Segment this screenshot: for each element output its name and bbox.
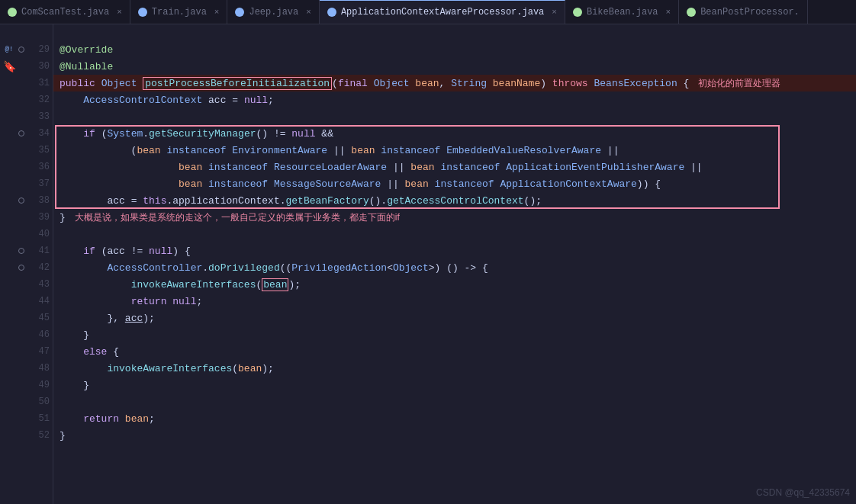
kw-instanceof35b: instanceof <box>381 145 440 156</box>
tab-close-jeep[interactable]: × <box>306 8 311 17</box>
kw-null: null <box>244 95 268 106</box>
line-num-42: 42 <box>28 262 50 273</box>
space-3 <box>368 78 374 89</box>
line-num-43: 43 <box>28 279 50 290</box>
tab-close-train[interactable]: × <box>214 8 220 17</box>
type-envawr: EnvironmentAware <box>232 145 327 156</box>
code-line-45: }, acc ); <box>53 310 856 326</box>
type-object: Object <box>101 78 137 89</box>
var-acc: acc <box>208 95 226 106</box>
editor: @! 29 🔖 30 31 32 33 34 35 <box>0 24 856 504</box>
kw-instanceof35a: instanceof <box>166 145 226 156</box>
paren-41: ( <box>95 246 108 257</box>
tab-close-appcontext[interactable]: × <box>552 8 557 17</box>
line-gutter: @! 29 🔖 30 31 32 33 34 35 <box>0 24 53 504</box>
indent-32 <box>60 95 83 106</box>
override-icon: @! <box>4 44 14 55</box>
gutter-row-32: 32 <box>0 91 53 108</box>
brace-close-52: } <box>60 430 66 441</box>
type-string: String <box>451 78 487 89</box>
acc-assign: acc = <box>107 195 143 207</box>
indent-45: }, <box>60 313 125 324</box>
type-resloaderawr: ResourceLoaderAware <box>274 162 387 173</box>
type-acc: AccessControlContext <box>83 95 202 106</box>
dot1: . <box>143 128 149 140</box>
annotation-override: @Override <box>60 44 113 56</box>
paren-43b: ); <box>288 279 301 291</box>
or36b: || <box>684 162 702 173</box>
line-num-34: 34 <box>28 128 50 139</box>
annotation-nullable: @Nullable <box>60 61 113 72</box>
kw-return44: return <box>131 296 167 307</box>
line-num-39: 39 <box>28 212 50 223</box>
kw-instanceof37b: instanceof <box>435 178 494 190</box>
bean-highlight-box: bean <box>262 278 288 291</box>
line-num-51: 51 <box>28 413 50 424</box>
kw-return51: return <box>83 413 119 425</box>
gutter-row-31: 31 <box>0 75 53 91</box>
fn-invoke43: invokeAwareInterfaces <box>131 279 256 291</box>
paren-close-41: ) { <box>172 246 190 257</box>
tab-close-comscan[interactable]: × <box>117 8 122 17</box>
gutter-row-30: 🔖 30 <box>0 58 53 75</box>
gutter-row-48: 48 <box>0 360 53 377</box>
semi-32: ; <box>268 95 274 106</box>
paren-43a: ( <box>256 279 262 291</box>
brace-open: { <box>677 78 690 89</box>
code-line-36: bean instanceof ResourceLoaderAware || b… <box>53 159 856 175</box>
var-bean48: bean <box>238 363 262 374</box>
tab-bikebean[interactable]: BikeBean.java × <box>565 0 679 24</box>
space-37d <box>494 178 500 190</box>
method-name-box: postProcessBeforeInitialization <box>143 77 332 90</box>
tab-beanpost[interactable]: BeanPostProcessor. <box>679 0 808 24</box>
space-35c <box>375 145 381 156</box>
space-36d <box>500 162 506 173</box>
tab-comscan[interactable]: ComScanTest.java × <box>0 0 130 24</box>
space-36c <box>435 162 441 173</box>
space-b <box>410 78 416 89</box>
fn-getbeanfact: getBeanFactory <box>286 195 369 207</box>
code-line-35: ( bean instanceof EnvironmentAware || be… <box>53 142 856 159</box>
paren-2: ) <box>540 78 546 89</box>
tab-jeep[interactable]: Jeep.java × <box>227 0 319 24</box>
tab-train[interactable]: Train.java × <box>130 0 228 24</box>
code-line-30: @Nullable <box>53 58 856 75</box>
bookmark-icon-30: 🔖 <box>4 61 14 72</box>
kw-throws: throws <box>552 78 588 89</box>
code-line-33 <box>53 108 856 125</box>
line-num-38: 38 <box>28 195 50 206</box>
gutter-row-41: 41 <box>0 242 53 259</box>
parens: () != <box>256 128 292 140</box>
if-block-comment: 大概是说，如果类是系统的走这个，一般自己定义的类属于业务类，都走下面的if <box>75 211 400 224</box>
line-num-47: 47 <box>28 346 50 357</box>
gutter-row-36: 36 <box>0 159 53 175</box>
indent-38 <box>60 195 107 207</box>
line-num-30: 30 <box>28 61 50 72</box>
tab-close-bikebean[interactable]: × <box>666 8 671 17</box>
code-line-37: bean instanceof MessageSourceAware || be… <box>53 175 856 192</box>
indent-46 <box>60 329 83 341</box>
type-privaction: PrivilegedAction <box>291 262 387 274</box>
line-num-29: 29 <box>28 44 50 55</box>
space-44 <box>166 296 172 307</box>
space-37b <box>268 178 274 190</box>
type-msgsrc: MessageSourceAware <box>274 178 381 190</box>
kw-instanceof36a: instanceof <box>208 162 268 173</box>
dot-38a: . <box>166 195 172 207</box>
brace-close-39: } <box>60 212 66 223</box>
kw-null41: null <box>149 246 172 257</box>
kw-public: public <box>60 78 95 89</box>
dot-42: . <box>202 262 208 274</box>
and: && <box>316 128 333 140</box>
space-4 <box>487 78 493 89</box>
tab-appcontext[interactable]: ApplicationContextAwareProcessor.java × <box>320 0 565 24</box>
gutter-dot-41 <box>16 246 27 256</box>
var-bean35b: bean <box>351 145 375 156</box>
or35b: || <box>601 145 619 156</box>
paren-close-45: ); <box>143 313 155 324</box>
or37: || <box>381 178 404 190</box>
paren-if: ( <box>95 128 108 140</box>
gutter-row-51: 51 <box>0 410 53 427</box>
space-5 <box>546 78 552 89</box>
indent-49 <box>60 380 83 391</box>
